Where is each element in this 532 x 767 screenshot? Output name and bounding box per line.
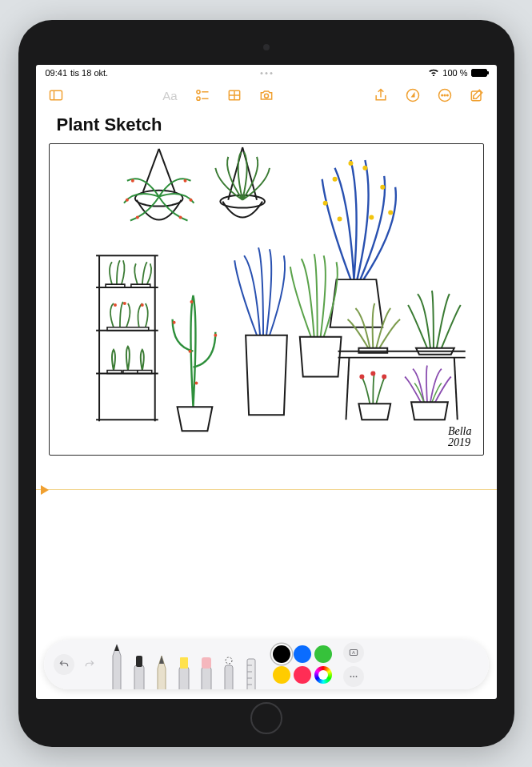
pencil-tool[interactable] — [153, 649, 170, 689]
svg-point-4 — [196, 97, 199, 100]
sketch-signature: Bella 2019 — [448, 426, 472, 448]
svg-point-32 — [322, 201, 327, 206]
svg-point-2 — [196, 90, 199, 94]
svg-point-29 — [348, 161, 353, 166]
svg-point-45 — [140, 303, 143, 307]
svg-line-16 — [142, 149, 158, 192]
svg-rect-61 — [180, 657, 188, 669]
svg-point-14 — [446, 94, 448, 96]
lasso-tool[interactable] — [220, 649, 238, 689]
camera-button[interactable] — [254, 84, 278, 106]
svg-point-76 — [355, 676, 357, 677]
svg-point-12 — [441, 94, 442, 96]
svg-point-30 — [362, 166, 367, 171]
drawing-tools — [108, 640, 260, 689]
note-title[interactable]: Plant Sketch — [36, 110, 497, 143]
battery-pct-label: 100 % — [442, 68, 467, 78]
insert-cursor-line — [36, 489, 497, 490]
svg-point-55 — [359, 375, 364, 379]
color-swatch-red[interactable] — [294, 666, 311, 684]
sidebar-toggle-button[interactable] — [44, 84, 68, 106]
svg-point-23 — [135, 216, 138, 219]
compose-button[interactable] — [465, 84, 489, 106]
svg-point-43 — [113, 303, 116, 307]
color-palette — [273, 645, 332, 684]
battery-icon — [471, 69, 487, 77]
svg-point-24 — [178, 216, 182, 219]
markup-toolbar: A — [44, 640, 489, 689]
pen-tool[interactable] — [108, 640, 126, 689]
clock-label: 09:41 — [46, 68, 68, 78]
svg-point-57 — [382, 375, 386, 379]
svg-point-19 — [130, 179, 134, 183]
status-bar: 09:41 tis 18 okt. 100 % — [36, 65, 497, 81]
svg-point-74 — [350, 676, 351, 677]
share-button[interactable] — [369, 84, 393, 106]
multitask-dots[interactable] — [260, 72, 272, 74]
svg-rect-59 — [136, 656, 142, 667]
signature-name: Bella — [448, 426, 472, 437]
svg-point-22 — [189, 199, 192, 202]
marker-tool[interactable] — [130, 649, 148, 689]
svg-point-35 — [369, 215, 374, 220]
color-swatch-green[interactable] — [314, 645, 332, 663]
svg-point-21 — [125, 199, 128, 202]
svg-point-20 — [183, 179, 186, 183]
eraser-tool[interactable] — [198, 649, 215, 689]
svg-rect-64 — [225, 665, 233, 689]
svg-point-75 — [353, 676, 354, 677]
home-button[interactable] — [250, 702, 282, 734]
redo-button[interactable] — [79, 654, 100, 675]
markup-mode-button[interactable] — [401, 84, 425, 106]
ruler-tool[interactable] — [242, 649, 260, 689]
svg-point-31 — [380, 185, 385, 190]
svg-rect-63 — [202, 657, 211, 669]
svg-point-13 — [444, 94, 446, 96]
text-box-tool[interactable]: A — [343, 642, 364, 663]
svg-point-18 — [134, 191, 182, 207]
svg-line-54 — [454, 358, 457, 420]
svg-point-46 — [190, 300, 193, 303]
ipad-device-frame: 09:41 tis 18 okt. 100 % Aa — [18, 20, 514, 747]
svg-point-34 — [337, 217, 342, 222]
svg-point-65 — [226, 657, 232, 664]
wifi-icon — [428, 68, 439, 78]
text-style-button[interactable]: Aa — [158, 84, 182, 106]
svg-point-50 — [194, 381, 198, 384]
more-tools-button[interactable] — [343, 666, 364, 687]
svg-rect-60 — [179, 667, 189, 689]
signature-year: 2019 — [448, 437, 472, 448]
color-picker-wheel[interactable] — [314, 666, 332, 684]
svg-line-17 — [158, 149, 174, 192]
svg-point-33 — [388, 211, 393, 215]
table-button[interactable] — [222, 84, 246, 106]
note-body[interactable]: Bella 2019 — [36, 143, 497, 699]
svg-point-49 — [188, 350, 191, 353]
screen: 09:41 tis 18 okt. 100 % Aa — [36, 65, 497, 699]
more-button[interactable] — [433, 84, 457, 106]
svg-point-44 — [122, 302, 126, 305]
svg-point-9 — [264, 94, 268, 98]
svg-rect-58 — [134, 665, 144, 689]
svg-rect-62 — [202, 667, 211, 689]
insert-cursor-marker[interactable] — [41, 484, 49, 498]
svg-rect-0 — [50, 90, 62, 100]
highlighter-tool[interactable] — [175, 649, 193, 689]
svg-text:A: A — [352, 650, 355, 655]
undo-button[interactable] — [54, 654, 74, 675]
checklist-button[interactable] — [190, 84, 214, 106]
sketch-drawing[interactable]: Bella 2019 — [49, 143, 484, 456]
svg-point-56 — [370, 371, 375, 376]
color-swatch-yellow[interactable] — [273, 666, 290, 684]
date-label: tis 18 okt. — [70, 68, 108, 78]
color-swatch-black[interactable] — [273, 645, 290, 663]
svg-point-28 — [332, 177, 337, 182]
front-camera — [263, 44, 270, 50]
notes-toolbar: Aa — [36, 81, 497, 110]
svg-line-53 — [346, 358, 349, 420]
color-swatch-blue[interactable] — [294, 645, 311, 663]
svg-point-48 — [214, 334, 217, 337]
svg-point-47 — [172, 321, 175, 324]
